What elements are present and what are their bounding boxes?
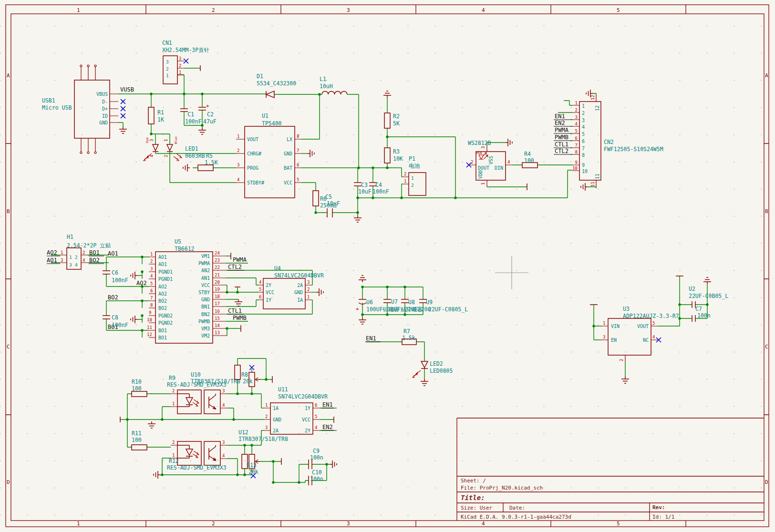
u12-optocoupler: 2 1 3 4 U12 ITR8307/S18/TR8 R12 RES-ADJ-…	[167, 429, 288, 471]
u5-l1n: 1	[150, 252, 153, 256]
r10-value: 100	[132, 385, 142, 392]
u12-n2: 2	[172, 440, 175, 445]
u11-r6n: 6	[315, 403, 317, 408]
u5-l9: PGND2	[158, 313, 173, 318]
net-label-ctl1: CTL1	[228, 307, 242, 314]
h1-n4: 4	[83, 258, 85, 263]
usb1-pin-vbus: VBUS	[96, 92, 108, 97]
cn2-n9: 9	[575, 160, 578, 165]
u5-ic: U5 TB6612 1AO1 2AO1 3PGND1 4PGND1 5AO2 6…	[147, 238, 226, 343]
d1-ref: D1	[257, 73, 263, 80]
led1-value: 0603RB	[185, 153, 205, 159]
u5-r21: AN1	[201, 276, 210, 281]
frame-col-3b: 3	[347, 521, 350, 527]
frame-col-2: 2	[212, 7, 215, 13]
cn2-i2: 2	[582, 111, 585, 116]
led1-dual-led: Red Blue 3 1 4 2 LED1 0603RB	[144, 136, 205, 161]
r9-ref: R9	[169, 375, 176, 381]
cn2-label-pwmb: PWMB	[555, 134, 568, 141]
u4-r1: 1A	[297, 297, 303, 303]
cn2-label-en2: EN2	[555, 120, 565, 126]
r1-ref: R1	[157, 109, 164, 116]
en1-label-r7: EN1	[365, 335, 381, 342]
u11-l3n: 3	[265, 425, 268, 430]
u5-r18: GND	[201, 297, 210, 302]
r3-ref: R3	[393, 148, 400, 155]
l1-value: 10uH	[320, 83, 333, 90]
h1-n1: 1	[61, 250, 63, 255]
c8-ref: C8	[112, 314, 118, 321]
u1-p3n: 3	[237, 163, 239, 167]
u3-ref: U3	[623, 306, 630, 312]
u4-l5n: 5	[259, 287, 261, 292]
frame-col-5: 5	[617, 7, 620, 13]
c10-value: 100n	[310, 476, 323, 482]
frame-row-d2: D	[765, 479, 768, 485]
cn2-n12: 12	[590, 95, 595, 100]
r13-ref: R13	[247, 462, 257, 469]
u1-p4n: 4	[237, 177, 239, 182]
u5-l11: BO1	[158, 328, 167, 333]
led1-n3: 3	[149, 139, 154, 142]
u5-l6n: 6	[150, 288, 153, 293]
u11-value: SN74LVC2G04DBVR	[278, 393, 328, 400]
h1-i2: 2	[75, 255, 78, 260]
c1-value: 100nF	[185, 118, 202, 125]
u5-l6: AO2	[158, 291, 167, 297]
r1-value: 1K	[157, 116, 164, 123]
u6-ref: U6	[366, 299, 373, 306]
h1-n3: 3	[61, 258, 63, 263]
u1-p6n: 6	[297, 163, 299, 167]
u3-value: ADP122AUJZ-3.3-R7	[623, 313, 679, 319]
led2-ref: LED2	[430, 360, 443, 367]
ws-n3: 3	[481, 146, 486, 149]
c9-capacitor: C9 100n	[309, 448, 323, 469]
u10-n2: 2	[172, 389, 175, 393]
u2-value: 22UF-C0B05_L	[689, 293, 728, 299]
net-label-vusb: VUSB	[120, 86, 134, 93]
u3-p1n: 1	[603, 321, 605, 326]
drawing-frame: 1 2 3 4 5 1 2 3 4 5 A B C D A B C D	[6, 5, 769, 527]
cn2-i9: 9	[582, 163, 585, 168]
h1-label-ao2: AO2	[47, 249, 57, 256]
r11-resistor: R11 100	[132, 430, 147, 450]
c1-capacitor: C1 100nF	[180, 109, 202, 125]
h1-n2: 2	[83, 250, 85, 255]
r7-value: 1.5k	[402, 335, 415, 341]
tb-sheet: Sheet: /	[461, 478, 486, 484]
schematic-canvas[interactable]: 1 2 3 4 5 1 2 3 4 5 A B C D A B C D Shee…	[0, 0, 775, 532]
r2-ref: R2	[393, 113, 400, 120]
frame-row-b: B	[7, 208, 10, 215]
ws-vss: VSS	[488, 156, 494, 164]
r5-value: 1.5K	[205, 159, 218, 166]
u1-ic: U1 TP5400 1 VOUT 2 CHRG# 3 PROG 4 STDBY#…	[236, 113, 301, 198]
cn2-connector: CN2 FWF12505-S10S24W5M 1 2 3 4 5 6 7 8 9…	[554, 93, 663, 188]
led1-n1: 1	[164, 139, 168, 142]
tb-file: File: ProPrj_N20.kicad_sch	[461, 485, 543, 491]
c9-value: 100n	[310, 454, 323, 461]
led2-led: LED2 LED0805	[413, 360, 453, 378]
u5-r19n: 19	[215, 287, 220, 292]
r11-value: 100	[132, 437, 142, 443]
ws-dout: DOUT	[478, 165, 489, 171]
u5-r22n: 22	[215, 265, 220, 270]
r2-resistor: R2 5K	[384, 113, 400, 128]
c6-ref: C6	[112, 269, 118, 276]
u4-r2n: 2	[307, 287, 310, 292]
cn2-n8: 8	[575, 150, 578, 154]
u12-n3: 3	[222, 440, 225, 445]
p1-value: 电池	[409, 163, 420, 169]
ws-n4: 4	[507, 160, 510, 164]
u5-r14n: 14	[215, 323, 220, 328]
ws-n1: 1	[481, 183, 486, 185]
u10-value: ITR8307/S18/TR8	[191, 378, 240, 385]
u5-l2n: 2	[150, 259, 153, 264]
cn2-n3: 3	[575, 115, 578, 120]
u5-r23n: 23	[215, 258, 220, 263]
cn2-n4: 4	[575, 122, 578, 126]
u5-l7: BO2	[158, 298, 167, 304]
h1-i4: 4	[75, 262, 78, 267]
u5-r14: VM3	[201, 326, 210, 331]
frame-col-4b: 4	[482, 521, 485, 527]
u5-l9n: 9	[149, 310, 151, 315]
